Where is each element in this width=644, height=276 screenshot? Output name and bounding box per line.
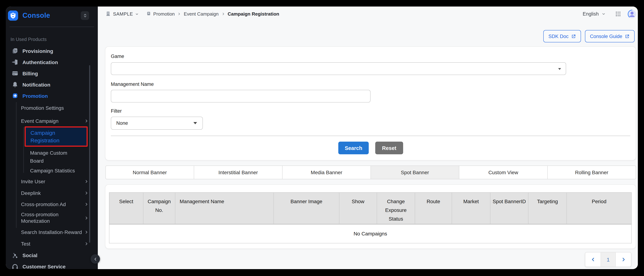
sidebar-item-label: Billing <box>22 70 38 76</box>
sdk-doc-button[interactable]: SDK Doc <box>543 30 581 42</box>
bell-icon <box>12 81 18 88</box>
pagination: 1 <box>585 252 631 267</box>
col-period: Period <box>567 192 632 224</box>
tab-interstitial-banner[interactable]: Interstitial Banner <box>194 166 282 179</box>
sidebar-item-notification[interactable]: Notification <box>6 79 98 90</box>
up-down-chevrons-icon <box>82 13 88 18</box>
col-market: Market <box>452 192 490 224</box>
chevron-right-icon <box>621 257 626 262</box>
external-link-icon <box>625 34 630 38</box>
caret-down-icon <box>558 68 561 70</box>
search-button[interactable]: Search <box>338 142 369 154</box>
tab-normal-banner[interactable]: Normal Banner <box>106 166 194 179</box>
tab-rolling-banner[interactable]: Rolling Banner <box>547 166 636 179</box>
chevron-right-icon <box>84 230 88 234</box>
chevron-right-icon <box>84 216 88 220</box>
sidebar-scrollbar[interactable] <box>89 65 90 243</box>
tab-custom-view[interactable]: Custom View <box>459 166 548 179</box>
sidebar-item-test[interactable]: Test <box>21 239 98 249</box>
game-label: Game <box>111 54 124 59</box>
external-link-icon <box>571 34 576 38</box>
table-empty-row: No Campaigns <box>109 224 632 243</box>
sidebar-divider <box>10 26 94 27</box>
chevron-right-icon <box>84 202 88 206</box>
sidebar-item-cross-promotion-ad[interactable]: Cross-promotion Ad <box>21 199 98 209</box>
share-nodes-icon <box>12 252 18 259</box>
breadcrumb-level2[interactable]: Event Campaign <box>184 11 218 17</box>
sidebar-collapse-button[interactable] <box>90 254 100 264</box>
help-buttons-row: SDK Doc Console Guide <box>543 30 634 42</box>
breadcrumb-product[interactable]: Promotion <box>153 11 175 17</box>
console-guide-button[interactable]: Console Guide <box>585 30 634 42</box>
top-right-cluster: English <box>582 6 637 21</box>
sidebar-item-cross-promotion-monetization[interactable]: Cross-promotion Monetization <box>21 212 98 224</box>
sidebar-item-promotion[interactable]: Promotion <box>6 90 98 102</box>
promotion-badge-icon <box>146 11 151 17</box>
col-management-name: Management Name <box>175 192 274 224</box>
tab-spot-banner[interactable]: Spot Banner <box>370 166 459 179</box>
logo-row: Console <box>8 10 98 21</box>
app-window: Console In Used Products Provisioning <box>6 6 638 269</box>
building-icon <box>106 11 111 17</box>
filter-select[interactable]: None <box>111 117 203 130</box>
main-area: SAMPLE Promotion Event Campaign <box>98 6 638 269</box>
chevron-right-icon <box>84 191 88 195</box>
previous-page-button[interactable] <box>585 252 600 266</box>
chevron-right-icon <box>84 242 88 246</box>
sidebar-item-label: Notification <box>22 82 50 88</box>
sidebar-item-billing[interactable]: Billing <box>6 68 98 79</box>
sidebar-item-manage-custom-board[interactable]: Manage Custom Board <box>21 149 69 165</box>
chevron-left-icon <box>93 257 97 261</box>
chevron-right-icon <box>222 12 225 16</box>
sidebar-item-promotion-settings[interactable]: Promotion Settings <box>21 102 98 114</box>
campaign-table: Select Campaign No. Management Name Bann… <box>109 192 632 244</box>
empty-message: No Campaigns <box>109 224 632 243</box>
sidebar-item-authentication[interactable]: Authentication <box>6 56 98 68</box>
user-avatar[interactable] <box>627 9 637 19</box>
sidebar-item-invite-user[interactable]: Invite User <box>21 176 98 186</box>
screen: Console In Used Products Provisioning <box>0 0 644 276</box>
game-select[interactable] <box>111 62 566 75</box>
management-name-label: Management Name <box>111 82 154 87</box>
sidebar-item-label: Provisioning <box>22 48 53 54</box>
sidebar-item-search-installation-reward[interactable]: Search Installation·Reward <box>21 227 98 237</box>
tab-media-banner[interactable]: Media Banner <box>282 166 371 179</box>
sidebar-item-campaign-statistics[interactable]: Campaign Statistics <box>21 166 98 175</box>
workspace-name[interactable]: SAMPLE <box>113 11 133 17</box>
management-name-input[interactable] <box>111 90 370 102</box>
console-logo-title: Console <box>22 12 50 20</box>
reset-button[interactable]: Reset <box>375 142 403 154</box>
language-selector[interactable]: English <box>582 11 599 17</box>
sidebar-item-deeplink[interactable]: Deeplink <box>21 188 98 198</box>
chevron-down-icon[interactable] <box>602 12 606 16</box>
form-divider <box>111 136 630 136</box>
filter-label: Filter <box>111 108 122 114</box>
chevron-left-icon <box>590 257 595 262</box>
sidebar-item-campaign-registration[interactable]: Campaign Registration <box>25 126 88 147</box>
chevron-down-icon[interactable] <box>135 12 139 16</box>
sidebar-item-event-campaign[interactable]: Event Campaign <box>21 114 98 127</box>
campaign-table-card: Select Campaign No. Management Name Bann… <box>105 184 636 249</box>
workspace-switcher-button[interactable] <box>81 11 89 20</box>
col-select: Select <box>109 192 143 224</box>
sidebar-item-customer-service[interactable]: Customer Service <box>6 262 98 269</box>
apps-grid-icon[interactable] <box>615 11 621 17</box>
stacked-notes-icon <box>12 48 18 54</box>
current-page[interactable]: 1 <box>600 252 616 266</box>
sidebar-item-social[interactable]: Social <box>6 250 98 260</box>
search-form-card: Game Management Name Filter None Search … <box>105 46 636 160</box>
col-targeting: Targeting <box>528 192 567 224</box>
chevron-right-icon <box>178 12 181 16</box>
sidebar-item-provisioning[interactable]: Provisioning <box>6 45 98 56</box>
headset-icon <box>12 263 18 269</box>
sidebar-item-label: Promotion <box>22 93 48 99</box>
next-page-button[interactable] <box>616 252 631 266</box>
sidebar-item-label: Social <box>22 252 38 258</box>
login-door-icon <box>12 59 18 66</box>
col-spot-bannerid: Spot BannerID <box>490 192 528 224</box>
sidebar-item-label: Customer Service <box>22 264 66 269</box>
col-change-exposure-status: Change Exposure Status <box>377 192 415 224</box>
col-banner-image: Banner Image <box>274 192 339 224</box>
caret-down-icon <box>194 122 197 124</box>
col-route: Route <box>415 192 452 224</box>
